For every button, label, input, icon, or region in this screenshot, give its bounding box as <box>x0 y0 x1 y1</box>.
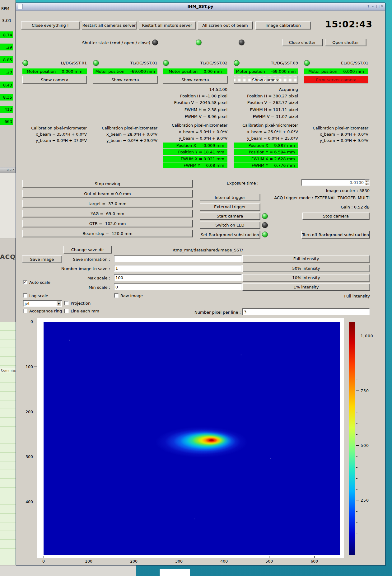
number-image-input[interactable] <box>114 265 242 272</box>
y-axis-tick <box>34 367 37 367</box>
colorbar-minor-tick <box>356 478 357 479</box>
colorbar-minor-tick <box>356 358 357 358</box>
beam-image <box>44 322 340 555</box>
set-background-button[interactable]: Set Background substraction <box>200 231 260 238</box>
calibration-ybeam: y_beam = 0.0*H + 25.0*V <box>234 136 298 141</box>
close-everything-button[interactable]: Close everything ! <box>21 21 79 29</box>
restart-motors-button[interactable]: Restart all motors server <box>139 21 195 29</box>
change-save-dir-button[interactable]: Change save dir <box>63 246 112 253</box>
calibration-ybeam: y_beam = 0.0*H + 29.0*V <box>93 138 157 143</box>
external-trigger-button[interactable]: External trigger <box>200 203 260 210</box>
title-bar[interactable]: IHM_SST.py ↑ – □ × <box>16 3 385 11</box>
motor-position-label: Motor position = 0.00 mm <box>163 68 227 74</box>
fwhm-x-mm: FWHM X = 0.021 mm <box>163 156 227 162</box>
gain-label: Gain : 0.52 dB <box>276 205 370 210</box>
save-information-input[interactable] <box>114 255 242 262</box>
chevron-down-icon[interactable]: ▼ <box>56 301 61 306</box>
background-bottom-window <box>0 565 136 576</box>
show-camera-button[interactable]: Show camera <box>163 76 227 83</box>
shutter-open-led <box>196 40 202 45</box>
start-camera-led <box>262 213 268 219</box>
intensity-1-button[interactable]: 1% intensity <box>242 283 370 291</box>
y-axis-tick <box>34 322 37 322</box>
projection-checkbox[interactable] <box>64 301 69 305</box>
close-shutter-button[interactable]: Close shutter <box>282 39 323 46</box>
shutter-cmd-led <box>152 40 158 45</box>
auto-scale-checkbox[interactable]: ✓ <box>23 280 27 284</box>
bpm-value-cell: 412 <box>0 106 13 113</box>
clock: 15:02:43 <box>325 19 367 30</box>
exposure-time-field[interactable]: 0.0100 ▲ ▼ <box>301 179 370 186</box>
intensity-10-button[interactable]: 10% intensity <box>242 274 370 281</box>
background-list-rows <box>0 322 16 565</box>
beam-stop-button[interactable]: Beam stop = -120.0 mm <box>22 230 193 237</box>
colorbar-minor-tick <box>356 434 357 435</box>
y-axis-tick <box>34 547 37 547</box>
bpm-value-cell: 8.74 <box>0 31 13 38</box>
raw-image-checkbox[interactable] <box>114 293 119 298</box>
y-axis-tick <box>34 412 37 412</box>
calibration-title: Calibration pixel-micrometer <box>93 126 157 131</box>
x-axis-tick <box>179 556 179 558</box>
minimize-icon[interactable]: – <box>372 4 374 8</box>
calibration-title: Calibration pixel-micrometer <box>163 123 227 128</box>
log-scale-checkbox[interactable] <box>23 293 27 298</box>
colormap-dropdown[interactable]: jet ▼ <box>23 300 62 307</box>
x-axis-tick-label: 600 <box>307 559 321 564</box>
intensity-50-button[interactable]: 50% intensity <box>242 265 370 272</box>
position-y-mm: Position Y = 6.594 mm <box>234 149 298 155</box>
bpm-label: BPM <box>1 6 9 11</box>
image-calibration-button[interactable]: Image calibration <box>255 21 311 29</box>
restart-cameras-button[interactable]: Restart all cameras server <box>82 21 136 29</box>
spinner-up-icon[interactable]: ▲ <box>365 180 369 182</box>
target-button[interactable]: target = -37.0 mm <box>22 200 193 207</box>
calibration-title: Calibration pixel-micrometer <box>234 123 298 128</box>
line-each-mm-checkbox[interactable] <box>64 309 69 313</box>
turn-off-background-button[interactable]: Turn off Background substraction <box>301 231 370 238</box>
start-camera-button[interactable]: Start camera <box>200 213 260 220</box>
show-camera-button-active[interactable]: Show camera <box>234 76 298 83</box>
commiss-label: Commiss <box>0 368 16 372</box>
open-shutter-button[interactable]: Open shutter <box>325 39 366 46</box>
position-h-readout: Position H = 380.27 pixel <box>234 94 298 99</box>
stop-camera-button[interactable]: Stop camera <box>302 213 369 220</box>
show-camera-button[interactable]: Show camera <box>93 76 157 83</box>
shade-icon[interactable]: ↑ <box>367 4 370 8</box>
camera-status: Acquiring <box>234 87 298 92</box>
full-intensity-button[interactable]: Full intensity <box>242 255 370 262</box>
close-icon[interactable]: × <box>380 4 384 8</box>
maximize-icon[interactable]: □ <box>376 4 380 8</box>
x-axis-tick-label: 400 <box>217 559 231 564</box>
colorbar-minor-tick <box>356 457 357 457</box>
min-scale-label: Min scale : <box>48 285 110 290</box>
y-axis-tick-label: 100 <box>21 364 33 369</box>
colorbar-minor-tick <box>356 413 357 413</box>
out-of-beam-button[interactable]: Out of beam = 0.0 mm <box>22 190 193 197</box>
camera-name: EL/DG/SST.01 <box>304 61 368 66</box>
background-window-icons: ▫ ▫ × <box>7 168 15 171</box>
motor-position-label: Motor position = 0.000 mm <box>304 68 368 74</box>
otr-button[interactable]: OTR = -102.0 mm <box>22 220 193 227</box>
colorbar-tick <box>356 500 359 500</box>
all-screen-out-button[interactable]: All screen out of beam <box>198 21 253 29</box>
yag-button[interactable]: YAG = -69.0 mm <box>22 210 193 217</box>
calibration-ybeam: y_beam = 0.0*H + 9.0*V <box>304 138 368 143</box>
y-axis-tick <box>34 457 37 457</box>
position-h-readout: Position H = -1.00 pixel <box>163 94 227 99</box>
show-camera-button[interactable]: Show camera <box>22 76 87 83</box>
colorbar-minor-tick <box>356 467 357 468</box>
pixels-per-line-label: Number pixel per line : <box>147 310 241 315</box>
switch-on-led-button[interactable]: Switch on LED <box>200 222 260 229</box>
position-v-readout: Position V = 263.77 pixel <box>234 100 298 105</box>
x-axis-tick <box>224 556 224 558</box>
x-axis-tick <box>269 556 269 558</box>
position-y-mm: Position Y = 18.41 mm <box>163 149 227 155</box>
acceptance-ring-checkbox[interactable] <box>23 309 27 313</box>
camera-name: TL/DG/SST.02 <box>163 61 227 66</box>
spinner-down-icon[interactable]: ▼ <box>365 182 369 185</box>
max-scale-input[interactable] <box>114 274 242 281</box>
min-scale-input[interactable] <box>114 283 242 290</box>
motor-position-label: Motor position = 0.000 mm <box>22 68 87 74</box>
calibration-xbeam: x_beam = 35.0*H + 0.0*V <box>22 132 87 137</box>
pixels-per-line-input[interactable] <box>242 308 370 315</box>
